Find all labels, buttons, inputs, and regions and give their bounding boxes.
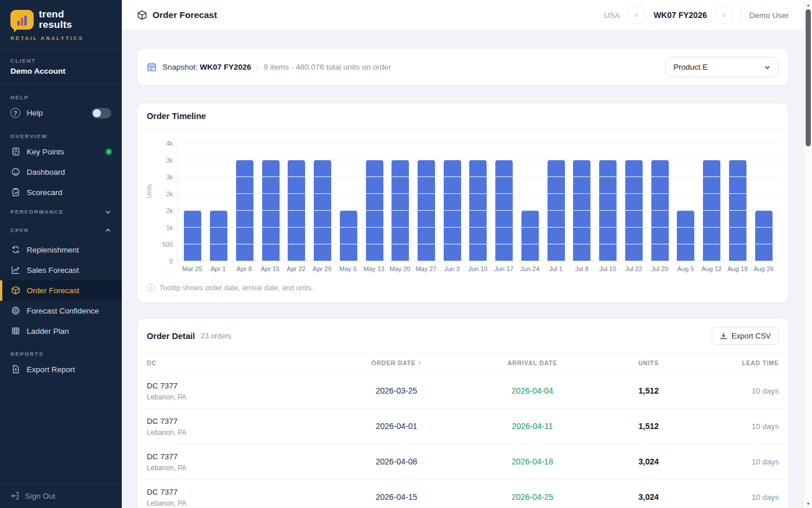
chevron-down-icon	[764, 64, 771, 71]
sidebar-item-forecast-confidence[interactable]: Forecast Confidence	[0, 301, 122, 321]
x-tick-label: Mar 25	[179, 265, 205, 272]
order-date: 2026-04-15	[336, 492, 456, 502]
help-icon: ?	[10, 108, 20, 118]
sidebar-item-dashboard[interactable]: Dashboard	[0, 162, 122, 182]
units-value: 3,024	[608, 492, 659, 502]
column-header-units[interactable]: UNITS	[608, 359, 659, 366]
sidebar-item-help[interactable]: ? Help	[0, 103, 122, 124]
x-tick-label: Apr 29	[309, 265, 335, 272]
x-tick-label: Jul 1	[543, 265, 569, 272]
x-tick-label: Aug 26	[751, 265, 777, 272]
arrival-date: 2026-04-18	[456, 457, 608, 466]
x-tick-label: May 27	[413, 265, 439, 272]
help-section-label: HELP	[10, 94, 111, 100]
chevron-down-icon	[104, 208, 111, 215]
cpfr-section-toggle[interactable]: CPFR	[0, 221, 122, 240]
snapshot-week: WK07 FY2026	[200, 63, 252, 71]
dc-location: Lebanon, PA	[147, 499, 336, 507]
download-icon	[720, 332, 727, 340]
scrollbar-thumb[interactable]	[806, 9, 811, 146]
brand-logo-icon	[10, 10, 34, 30]
x-tick-label: Apr 15	[257, 265, 283, 272]
chevron-right-icon	[720, 12, 727, 19]
units-value: 1,512	[608, 386, 659, 395]
column-header-dc[interactable]: DC	[147, 359, 336, 366]
user-label: Demo User	[749, 11, 789, 20]
prev-week-button[interactable]	[628, 6, 646, 24]
sidebar-item-export-report[interactable]: Export Report	[0, 359, 122, 380]
overview-section-label: OVERVIEW	[10, 133, 111, 139]
column-header-arrival-date[interactable]: ARRIVAL DATE	[456, 359, 608, 366]
column-header-order-date[interactable]: ORDER DATE ↑	[336, 359, 456, 366]
calendar-icon	[147, 62, 157, 72]
page-title: Order Forecast	[137, 10, 217, 20]
sidebar-item-order-forecast[interactable]: Order Forecast	[0, 280, 122, 301]
timeline-title: Order Timeline	[147, 111, 206, 121]
x-tick-label: Jul 29	[647, 265, 673, 272]
x-tick-label: May 20	[387, 265, 413, 272]
x-tick-label: Jun 3	[439, 265, 465, 272]
key-points-icon	[10, 147, 20, 157]
product-select[interactable]: Product E	[665, 57, 779, 77]
table-row[interactable]: DC 7377 Lebanon, PA 2026-04-15 2026-04-2…	[137, 479, 788, 508]
sidebar: trendresults RETAIL ANALYTICS CLIENT Dem…	[0, 0, 122, 508]
key-points-status-dot	[106, 149, 111, 154]
chart-plot: 05001k2k2k3k3k4k	[177, 143, 779, 261]
snapshot-text: Snapshot: WK07 FY2026	[162, 63, 251, 71]
table-row[interactable]: DC 7377 Lebanon, PA 2026-04-01 2026-04-1…	[137, 408, 788, 444]
order-count-badge: 23 orders	[201, 332, 231, 340]
client-name: Demo Account	[10, 67, 111, 75]
page-scrollbar[interactable]: ▲ ▼	[803, 0, 812, 508]
order-date: 2026-03-25	[336, 386, 456, 395]
forecast-confidence-icon	[10, 306, 20, 316]
lead-time: 10 days	[659, 422, 779, 431]
order-date: 2026-04-01	[336, 421, 456, 431]
sign-out-button[interactable]: Sign Out	[0, 483, 122, 508]
x-tick-label: Jun 24	[517, 265, 543, 272]
arrival-date: 2026-04-25	[456, 492, 608, 502]
sidebar-item-sales-forecast[interactable]: Sales Forecast	[0, 260, 122, 280]
column-header-lead-time[interactable]: LEAD TIME	[659, 359, 779, 366]
topbar: Order Forecast USA WK07 FY2026 Demo User	[122, 0, 803, 31]
table-header-row: DC ORDER DATE ↑ ARRIVAL DATE UNITS LEAD …	[137, 352, 788, 373]
x-tick-label: Jun 17	[491, 265, 517, 272]
performance-section-toggle[interactable]: PERFORMANCE	[0, 203, 122, 221]
divider	[741, 9, 741, 21]
x-tick-label: Aug 12	[699, 265, 725, 272]
chart-x-axis: Mar 25Apr 1Apr 8Apr 15Apr 22Apr 29May 6M…	[177, 265, 779, 272]
lead-time: 10 days	[659, 457, 779, 466]
next-week-button[interactable]	[715, 6, 733, 24]
sidebar-item-scorecard[interactable]: Scorecard	[0, 182, 122, 203]
table-row[interactable]: DC 7377 Lebanon, PA 2026-04-08 2026-04-1…	[137, 444, 788, 479]
x-tick-label: May 13	[361, 265, 387, 272]
order-forecast-icon	[10, 286, 20, 296]
client-block: CLIENT Demo Account	[0, 50, 122, 85]
export-csv-button[interactable]: Export CSV	[712, 327, 779, 345]
x-tick-label: Apr 22	[283, 265, 309, 272]
help-toggle[interactable]	[92, 108, 111, 118]
client-label: CLIENT	[10, 57, 111, 64]
sidebar-item-key-points[interactable]: Key Points	[0, 142, 122, 162]
x-tick-label: May 6	[335, 265, 361, 272]
units-value: 1,512	[608, 421, 659, 431]
sales-forecast-icon	[10, 265, 20, 275]
box-icon	[137, 10, 147, 20]
x-tick-label: Jul 15	[595, 265, 621, 272]
ladder-plan-icon	[10, 326, 20, 336]
scroll-down-arrow-icon[interactable]: ▼	[804, 499, 812, 507]
info-icon: i	[147, 284, 155, 292]
order-detail-card: Order Detail 23 orders Export CSV DC ORD…	[137, 318, 789, 508]
sidebar-item-ladder-plan[interactable]: Ladder Plan	[0, 321, 122, 341]
week-label: WK07 FY2026	[654, 10, 707, 20]
export-report-icon	[10, 365, 20, 374]
scroll-up-arrow-icon[interactable]: ▲	[804, 1, 812, 9]
dc-location: Lebanon, PA	[147, 428, 336, 437]
dc-location: Lebanon, PA	[147, 393, 336, 401]
x-tick-label: Apr 8	[231, 265, 258, 272]
sidebar-item-replenishment[interactable]: Replenishment	[0, 240, 122, 260]
table-row[interactable]: DC 7377 Lebanon, PA 2026-03-25 2026-04-0…	[137, 373, 788, 408]
brand-tagline: RETAIL ANALYTICS	[10, 35, 111, 41]
x-tick-label: Apr 1	[205, 265, 231, 272]
arrival-date: 2026-04-04	[456, 386, 608, 395]
x-tick-label: Jul 8	[569, 265, 595, 272]
